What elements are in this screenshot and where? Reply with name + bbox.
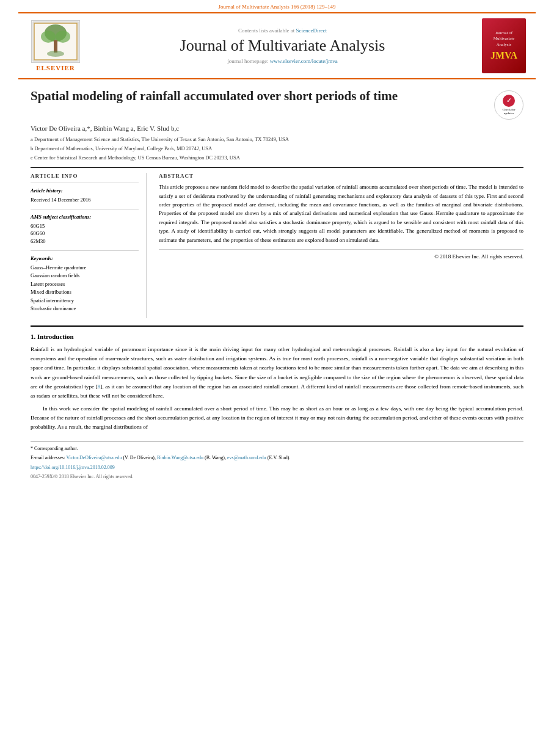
history-label: Article history:: [31, 187, 139, 195]
introduction-heading: 1. Introduction: [31, 333, 523, 340]
abstract-heading: ABSTRACT: [159, 173, 523, 179]
check-updates-badge: Check forupdates: [494, 90, 523, 120]
keyword-4: Mixed distributions: [31, 288, 139, 297]
ams-classifications: AMS subject classifications: 60G1560G606…: [31, 213, 139, 245]
copyright-line: © 2018 Elsevier Inc. All rights reserved…: [159, 249, 523, 260]
affiliation-b: b Department of Mathematics, University …: [31, 145, 523, 153]
ams-codes: 60G1560G6062M30: [31, 223, 46, 245]
keyword-1: Gauss–Hermite quadrature: [31, 264, 139, 272]
abstract-panel: ABSTRACT This article proposes a new ran…: [159, 173, 523, 318]
email-3-link[interactable]: evs@math.umd.edu: [227, 455, 266, 460]
jmva-abbreviation: JMVA: [490, 50, 517, 61]
doi-line: https://doi.org/10.1016/j.jmva.2018.02.0…: [31, 464, 523, 471]
emails-label: E-mail addresses:: [31, 455, 65, 460]
article-info-panel: ARTICLE INFO Article history: Received 1…: [31, 173, 147, 318]
sciencedirect-link[interactable]: ScienceDirect: [296, 27, 327, 34]
keyword-2: Gaussian random fields: [31, 272, 139, 280]
introduction-section: 1. Introduction Rainfall is an hydrologi…: [31, 325, 523, 432]
paper-title-row: Spatial modeling of rainfall accumulated…: [31, 88, 523, 120]
svg-point-2: [41, 31, 56, 43]
intro-para-2-text: In this work we consider the spatial mod…: [31, 405, 523, 430]
email-2-name: (B. Wang),: [205, 455, 226, 460]
keyword-6: Stochastic dominance: [31, 305, 139, 313]
intro-body: Rainfall is an hydrological variable of …: [31, 345, 523, 432]
jmva-subtitle: Journal ofMultivariateAnalysis: [494, 31, 515, 47]
abstract-text: This article proposes a new random field…: [159, 183, 523, 244]
check-updates-icon: [503, 95, 515, 107]
ams-label: AMS subject classifications:: [31, 213, 139, 221]
elsevier-logo-image: [31, 20, 80, 63]
article-history: Article history: Received 14 December 20…: [31, 187, 139, 204]
intro-para-2: In this work we consider the spatial mod…: [31, 404, 523, 432]
elsevier-logo: ELSEVIER: [28, 20, 83, 71]
journal-title: Journal of Multivariate Analysis: [90, 36, 475, 55]
intro-para-1: Rainfall is an hydrological variable of …: [31, 345, 523, 401]
svg-point-3: [56, 31, 70, 43]
elsevier-wordmark: ELSEVIER: [36, 64, 75, 71]
journal-reference: Journal of Multivariate Analysis 166 (20…: [219, 4, 336, 10]
journal-header: ELSEVIER Contents lists available at Sci…: [18, 12, 536, 79]
keyword-3: Latent processes: [31, 280, 139, 289]
keywords-label: Keywords:: [31, 255, 139, 263]
paper-title-text: Spatial modeling of rainfall accumulated…: [31, 88, 487, 104]
email-line: E-mail addresses: Victor.DeOliveira@utsa…: [31, 454, 523, 462]
email-1-link[interactable]: Victor.DeOliveira@utsa.edu: [67, 455, 122, 460]
top-bar: Journal of Multivariate Analysis 166 (20…: [0, 0, 554, 12]
affiliations-block: a Department of Management Science and S…: [31, 136, 523, 161]
received-date: Received 14 December 2016: [31, 197, 90, 203]
doi-link[interactable]: https://doi.org/10.1016/j.jmva.2018.02.0…: [31, 465, 115, 470]
check-updates-label: Check forupdates: [502, 108, 515, 116]
authors-line: Victor De Oliveira a,*, Binbin Wang a, E…: [31, 125, 523, 132]
header-center: Contents lists available at ScienceDirec…: [90, 27, 475, 64]
intro-para-1-text: Rainfall is an hydrological variable of …: [31, 346, 523, 399]
journal-homepage: journal homepage: www.elsevier.com/locat…: [90, 58, 475, 64]
keywords-block: Keywords: Gauss–Hermite quadrature Gauss…: [31, 255, 139, 313]
jmva-badge: Journal ofMultivariateAnalysis JMVA: [482, 18, 526, 73]
svg-point-5: [47, 51, 64, 57]
corresponding-author-note: * Corresponding author.: [31, 445, 523, 453]
sciencedirect-text: Contents lists available at ScienceDirec…: [90, 27, 475, 34]
homepage-link[interactable]: www.elsevier.com/locate/jmva: [270, 58, 338, 64]
email-3-name: (E.V. Slud).: [268, 455, 291, 460]
issn-line: 0047-259X/© 2018 Elsevier Inc. All right…: [31, 473, 523, 481]
email-2-link[interactable]: Binbin.Wang@utsa.edu: [157, 455, 203, 460]
article-info-heading: ARTICLE INFO: [31, 173, 139, 179]
affiliation-a: a Department of Management Science and S…: [31, 136, 523, 144]
email-1-name: (V. De Oliveira),: [123, 455, 156, 460]
keyword-5: Spatial intermittency: [31, 297, 139, 305]
affiliation-c: c Center for Statistical Research and Me…: [31, 154, 523, 162]
footnote-area: * Corresponding author. E-mail addresses…: [31, 441, 523, 481]
